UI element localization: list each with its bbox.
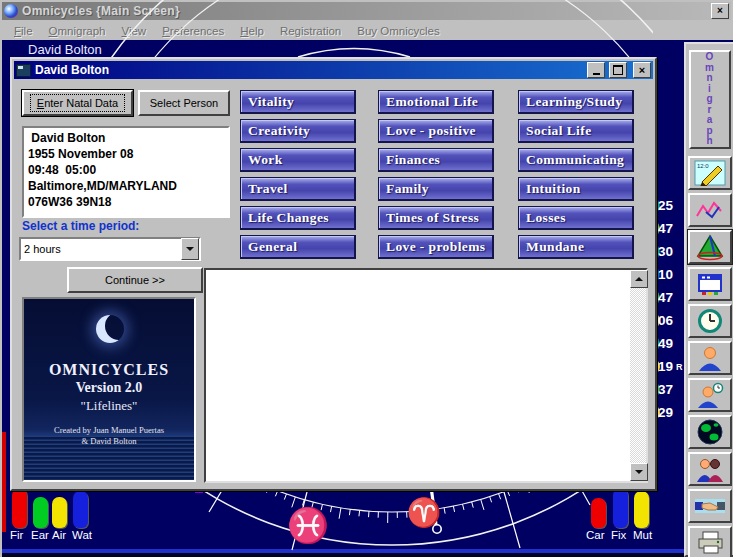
printer-icon	[695, 530, 725, 556]
time-period-combobox[interactable]: 2 hours	[19, 237, 201, 261]
dialog-minimize-button[interactable]	[587, 62, 605, 78]
arrow-down-icon	[635, 470, 643, 474]
topic-social-life[interactable]: Social Life	[518, 119, 634, 143]
person-clock-icon	[696, 382, 724, 408]
windows-button[interactable]	[688, 267, 732, 301]
main-close-button[interactable]: ×	[711, 3, 729, 19]
combo-dropdown-button[interactable]	[181, 238, 199, 260]
topic-column-1: Vitality Creativity Work Travel Life Cha…	[240, 90, 356, 264]
dialog-close-button[interactable]: ×	[633, 62, 651, 78]
chevron-down-icon	[186, 247, 194, 251]
relationships-button[interactable]	[688, 452, 732, 486]
fire-bar	[12, 488, 27, 528]
topic-mundane[interactable]: Mundane	[518, 235, 634, 259]
minimize-icon	[593, 73, 600, 75]
print-button[interactable]	[688, 526, 732, 557]
splash-version: Version 2.0	[24, 380, 194, 396]
cardinal-bar	[591, 498, 606, 528]
topic-life-changes[interactable]: Life Changes	[240, 206, 356, 230]
earth-icon	[696, 418, 724, 446]
time-period-label: Select a time period:	[22, 219, 139, 233]
splash-title: OMNICYCLES	[24, 361, 194, 379]
crescent-moon-icon	[96, 315, 124, 343]
dialog-titlebar[interactable]: David Bolton ×	[14, 61, 653, 79]
time-period-value: 2 hours	[21, 243, 181, 255]
wheel-top-arc	[298, 49, 410, 58]
splash-subtitle: "Lifelines"	[24, 398, 194, 414]
interpretation-text-area[interactable]	[204, 268, 648, 483]
pisces-glyph: ♓	[287, 505, 330, 546]
fixed-bar	[613, 488, 628, 528]
topic-learning-study[interactable]: Learning/Study	[518, 90, 634, 114]
world-button[interactable]	[688, 415, 732, 449]
fixed-label: Fix	[611, 529, 626, 541]
edit-time-icon: 12:0	[694, 160, 726, 186]
earth-bar	[33, 497, 48, 528]
topic-column-2: Emotional Life Love - positive Finances …	[378, 90, 494, 264]
topic-travel[interactable]: Travel	[240, 177, 356, 201]
clock-button[interactable]	[688, 304, 732, 338]
scroll-down-button[interactable]	[630, 463, 648, 481]
person-icon	[696, 345, 724, 371]
maximize-icon	[613, 65, 623, 75]
enter-natal-data-button[interactable]: Enter Natal Data	[22, 90, 133, 116]
graph-button[interactable]	[688, 193, 732, 227]
earth-label: Ear	[31, 529, 49, 541]
partnership-button[interactable]	[688, 489, 732, 523]
aries-glyph: ♈	[407, 496, 442, 529]
topic-general[interactable]: General	[240, 235, 356, 259]
client-area: David Bolton ♓ ♈ Fir Ear A	[2, 40, 733, 557]
omnigraph-button[interactable]: Om ni gr ap h	[689, 50, 731, 149]
left-edge-red-bar	[2, 432, 6, 532]
dialog-maximize-button[interactable]	[609, 62, 627, 78]
line-graph-icon	[694, 198, 726, 222]
topic-communicating[interactable]: Communicating	[518, 148, 634, 172]
air-bar	[52, 497, 67, 528]
topic-times-of-stress[interactable]: Times of Stress	[378, 206, 494, 230]
topic-intuition[interactable]: Intuition	[518, 177, 634, 201]
arrow-up-icon	[635, 277, 643, 281]
select-person-button[interactable]: Select Person	[138, 90, 230, 116]
splash-credit-line1: Created by Juan Manuel Puertas	[24, 425, 194, 435]
dialog-folder-icon	[16, 64, 31, 77]
person-time-button[interactable]	[688, 378, 732, 412]
prism-icon	[694, 233, 726, 261]
mutable-bar	[634, 491, 649, 528]
scroll-up-button[interactable]	[630, 270, 648, 288]
omnicycles-main-window: Omnicycles {Main Screen} × File Omnigrap…	[0, 0, 733, 557]
dialog-title: David Bolton	[35, 63, 583, 77]
natal-info-box: David Bolton 1955 November 08 09:48 05:0…	[22, 126, 230, 218]
air-label: Air	[52, 529, 66, 541]
vertical-scrollbar[interactable]	[630, 270, 646, 481]
cardinal-label: Car	[586, 529, 605, 541]
continue-button[interactable]: Continue >>	[67, 267, 203, 293]
right-toolbar: Om ni gr ap h 12:0	[684, 42, 733, 557]
prism-chart-button[interactable]	[688, 230, 732, 264]
topic-love-positive[interactable]: Love - positive	[378, 119, 494, 143]
handshake-icon	[694, 494, 726, 518]
topic-work[interactable]: Work	[240, 148, 356, 172]
water-bar	[73, 491, 88, 528]
person-dialog: David Bolton × Enter Natal Data Select P…	[10, 57, 657, 491]
window-grid-icon	[695, 272, 725, 296]
mutable-label: Mut	[633, 529, 652, 541]
clock-icon	[696, 307, 724, 335]
topic-love-problems[interactable]: Love - problems	[378, 235, 494, 259]
topic-emotional-life[interactable]: Emotional Life	[378, 90, 494, 114]
topic-finances[interactable]: Finances	[378, 148, 494, 172]
topic-column-3: Learning/Study Social Life Communicating…	[518, 90, 634, 264]
person-button[interactable]	[688, 341, 732, 375]
topic-losses[interactable]: Losses	[518, 206, 634, 230]
couple-icon	[696, 456, 724, 482]
topic-family[interactable]: Family	[378, 177, 494, 201]
splash-credit-line2: & David Bolton	[24, 436, 194, 446]
fire-label: Fir	[10, 529, 23, 541]
topic-creativity[interactable]: Creativity	[240, 119, 356, 143]
topic-vitality[interactable]: Vitality	[240, 90, 356, 114]
edit-time-button[interactable]: 12:0	[688, 156, 732, 190]
water-label: Wat	[72, 529, 92, 541]
svg-text:12:0: 12:0	[697, 163, 709, 169]
close-icon: ×	[639, 65, 645, 76]
splash-image: OMNICYCLES Version 2.0 "Lifelines" Creat…	[22, 297, 196, 482]
